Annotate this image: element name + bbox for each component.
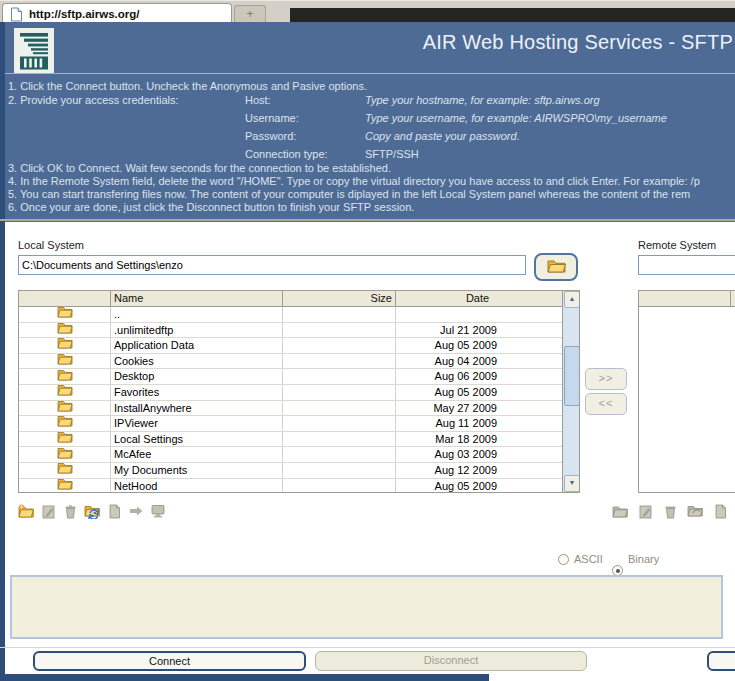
ascii-radio[interactable] [558, 554, 569, 565]
table-row[interactable]: Application Data Aug 05 2009 [19, 338, 564, 354]
delete-icon[interactable] [62, 503, 78, 519]
row-name: .. [111, 307, 283, 322]
row-name: Application Data [111, 338, 283, 353]
row-date: Aug 05 2009 [396, 338, 559, 353]
table-row[interactable]: McAfee Aug 03 2009 [19, 447, 564, 463]
remote-toolbar [612, 503, 728, 519]
row-date: Aug 05 2009 [396, 479, 559, 492]
tab-url: http://sftp.airws.org/ [29, 8, 140, 20]
table-row[interactable]: .unlimitedftp Jul 21 2009 [19, 323, 564, 339]
row-date: Aug 06 2009 [396, 369, 559, 384]
browser-tab[interactable]: http://sftp.airws.org/ [2, 3, 232, 24]
instruction-line-5: 5. You can start transfering files now. … [8, 188, 690, 200]
remote-column-header-icon[interactable] [639, 291, 731, 306]
remote-column-header-name[interactable] [731, 291, 735, 306]
local-path-input[interactable] [18, 255, 526, 275]
refresh-folder-icon[interactable] [84, 503, 100, 519]
connect-button[interactable]: Connect [33, 651, 306, 671]
row-size [283, 354, 396, 369]
table-row[interactable]: Local Settings Mar 18 2009 [19, 432, 564, 448]
row-name: Desktop [111, 369, 283, 384]
instruction-line-3: 3. Click OK to Connect. Wait few seconds… [8, 162, 391, 174]
disconnect-button[interactable]: Disconnect [315, 651, 587, 671]
scroll-up-icon[interactable]: ▲ [564, 291, 580, 308]
table-row[interactable]: IPViewer Aug 11 2009 [19, 416, 564, 432]
transfer-to-local-button[interactable]: << [585, 393, 627, 415]
browse-folder-button[interactable] [534, 253, 578, 281]
row-name: InstallAnywhere [111, 401, 283, 416]
scrollbar-thumb[interactable] [564, 346, 580, 406]
new-folder-icon[interactable] [612, 503, 628, 519]
row-date: Aug 03 2009 [396, 447, 559, 462]
upload-computer-icon[interactable] [150, 503, 166, 519]
row-size [283, 401, 396, 416]
column-header-size[interactable]: Size [283, 291, 396, 306]
window-chrome-strip [290, 8, 735, 23]
table-row[interactable]: .. [19, 307, 564, 323]
table-row[interactable]: My Documents Aug 12 2009 [19, 463, 564, 479]
remote-table-body [639, 307, 735, 492]
remote-path-input[interactable] [638, 255, 735, 275]
status-log-area [10, 575, 723, 639]
instruction-line-2: 2. Provide your access credentials: [8, 94, 179, 106]
row-name: Favorites [111, 385, 283, 400]
row-name: McAfee [111, 447, 283, 462]
row-name: .unlimitedftp [111, 323, 283, 338]
local-table-body: .. .unlimitedftp Jul 21 2009 Applicatio [19, 307, 564, 492]
move-icon[interactable] [128, 503, 144, 519]
local-file-table: Name Size Date .. .unlimitedftp [18, 290, 580, 493]
delete-icon[interactable] [662, 503, 678, 519]
rename-icon[interactable] [40, 503, 56, 519]
remote-table-header [639, 291, 735, 307]
connection-type-label: Connection type: [245, 148, 328, 160]
table-row[interactable]: InstallAnywhere May 27 2009 [19, 401, 564, 417]
instruction-line-1: 1. Click the Connect button. Uncheck the… [8, 80, 367, 92]
row-name: Local Settings [111, 432, 283, 447]
row-name: Cookies [111, 354, 283, 369]
third-footer-button[interactable] [707, 651, 735, 671]
row-date: Aug 05 2009 [396, 385, 559, 400]
row-date: Aug 04 2009 [396, 354, 559, 369]
table-row[interactable]: NetHood Aug 05 2009 [19, 479, 564, 492]
transfer-to-remote-button[interactable]: >> [585, 368, 627, 390]
column-header-name[interactable]: Name [111, 291, 283, 306]
instruction-line-6: 6. Once your are done, just click the Di… [8, 201, 414, 213]
row-date: Mar 18 2009 [396, 432, 559, 447]
column-header-icon[interactable] [19, 291, 111, 306]
instruction-line-4: 4. In the Remote System field, delete th… [8, 175, 700, 187]
ascii-radio-label[interactable]: ASCII [574, 553, 603, 565]
table-row[interactable]: Favorites Aug 05 2009 [19, 385, 564, 401]
local-table-scrollbar[interactable]: ▲ ▼ [562, 291, 579, 492]
document-icon[interactable] [712, 503, 728, 519]
refresh-folder-icon[interactable] [687, 503, 703, 519]
row-size [283, 479, 396, 492]
folder-icon [57, 338, 73, 353]
username-label: Username: [245, 112, 299, 124]
host-label: Host: [245, 94, 271, 106]
title-divider [5, 73, 735, 74]
new-folder-icon[interactable] [18, 503, 34, 519]
row-size [283, 385, 396, 400]
local-toolbar [18, 503, 166, 519]
document-icon[interactable] [106, 503, 122, 519]
page-title: AIR Web Hosting Services - SFTP [423, 31, 733, 54]
folder-icon [57, 307, 73, 322]
rename-icon[interactable] [637, 503, 653, 519]
scroll-down-icon[interactable]: ▼ [564, 475, 580, 492]
table-row[interactable]: Desktop Aug 06 2009 [19, 369, 564, 385]
instructions-divider [0, 219, 735, 221]
connection-type-value: SFTP/SSH [365, 148, 419, 160]
row-date: May 27 2009 [396, 401, 559, 416]
row-date [396, 307, 559, 322]
table-row[interactable]: Cookies Aug 04 2009 [19, 354, 564, 370]
folder-icon [57, 323, 73, 338]
row-size [283, 463, 396, 478]
password-hint: Copy and paste your password. [365, 130, 520, 142]
page-left-border [0, 22, 5, 675]
folder-icon [57, 479, 73, 492]
column-header-date[interactable]: Date [396, 291, 559, 306]
host-hint: Type your hostname, for example: sftp.ai… [365, 94, 600, 106]
local-system-label: Local System [18, 239, 84, 251]
binary-radio-label[interactable]: Binary [628, 553, 659, 565]
row-name: My Documents [111, 463, 283, 478]
